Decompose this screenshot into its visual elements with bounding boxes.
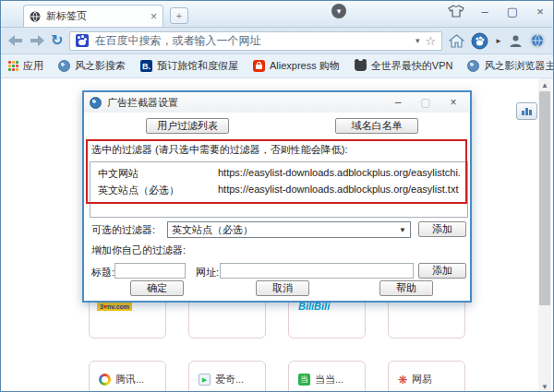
home-button[interactable] — [449, 34, 464, 48]
dialog-close-button[interactable]: × — [442, 96, 464, 109]
bookmark-label: 风之影搜索 — [75, 59, 126, 73]
bookmark-aliexpress[interactable]: Aliexpress 购物 — [253, 59, 340, 73]
dialog-title: 广告拦截器设置 — [107, 96, 381, 110]
aliexpress-bag-icon — [253, 60, 265, 72]
window-maximize-button[interactable]: ▢ — [505, 5, 520, 18]
bookmark-fzy-search[interactable]: 风之影搜索 — [58, 59, 126, 73]
tab-close-icon[interactable]: × — [151, 10, 157, 23]
tab-new-tab-page[interactable]: 新标签页 × — [23, 5, 163, 27]
bookmark-label: 全世界最快的VPN — [371, 59, 453, 73]
dropdown-selected-value: 英文站点（必选） — [172, 223, 399, 237]
collapse-toolbar-icon[interactable]: ▾ — [331, 4, 346, 18]
forward-button[interactable] — [30, 35, 44, 46]
selected-filters-label: 选中的过滤器 (请只选中需要的过滤器，否则性能会降低): — [91, 143, 347, 157]
filter-url: https://easylist-downloads.adblockplus.o… — [218, 184, 460, 197]
back-button[interactable] — [8, 35, 23, 46]
site-badge: 3♥nv.com — [97, 303, 132, 311]
baidu-search-icon — [76, 34, 89, 47]
speed-dial-tile[interactable]: BiliBili — [288, 298, 366, 339]
window-controls: ▾ – ▢ × — [331, 4, 548, 18]
filter-row-chinese[interactable]: 中文网站 https://easylist-downloads.adblockp… — [98, 167, 460, 181]
globe-icon — [58, 60, 70, 72]
dialog-minimize-button[interactable]: – — [387, 96, 409, 109]
bookmark-label: Aliexpress 购物 — [270, 59, 340, 73]
cancel-button[interactable]: 取消 — [256, 280, 309, 296]
speed-dial-tile-dangdang[interactable]: 当 当当... — [288, 361, 366, 392]
dialog-titlebar[interactable]: 广告拦截器设置 – ▢ × — [84, 92, 470, 113]
chevron-down-icon: ▼ — [399, 226, 406, 234]
address-bar[interactable]: 在百度中搜索，或者输入一个网址 ▾ ☆ — [69, 31, 442, 51]
available-filters-label: 可选的过滤器: — [91, 223, 155, 237]
speed-dial-tile[interactable] — [188, 298, 266, 339]
new-tab-button[interactable]: + — [170, 7, 188, 24]
bookmark-label: 应用 — [23, 59, 43, 73]
filter-row-english[interactable]: 英文站点（必选） https://easylist-downloads.adbl… — [98, 184, 460, 197]
theme-tshirt-icon[interactable] — [448, 5, 464, 18]
toolbar-expand-icon[interactable]: ► — [495, 37, 502, 45]
url-field-label: 网址: — [196, 266, 219, 279]
user-filter-list-button[interactable]: 用户过滤列表 — [146, 118, 229, 134]
vpn-bear-icon — [355, 61, 367, 71]
url-input[interactable] — [220, 263, 414, 279]
title-field-label: 标题: — [91, 266, 114, 279]
speed-dial-tile-netease[interactable]: ❋ 网易 — [388, 361, 465, 392]
navigation-toolbar: ↻ 在百度中搜索，或者输入一个网址 ▾ ☆ ► — [1, 28, 553, 54]
window-close-button[interactable]: × — [533, 5, 548, 18]
tile-label: 网易 — [412, 373, 432, 386]
booking-icon: B. — [140, 60, 152, 72]
speed-dial-tile-tencent[interactable]: 腾讯... — [89, 361, 166, 392]
title-input[interactable] — [114, 263, 186, 279]
browser-logo-icon[interactable] — [471, 32, 488, 50]
page-scrollbar[interactable]: ▲ ▼ — [538, 78, 551, 392]
stats-helper-button[interactable] — [516, 102, 537, 120]
window-minimize-button[interactable]: – — [477, 5, 492, 18]
titlebar: 新标签页 × + ▾ – ▢ × — [1, 1, 553, 28]
tile-label: 当当... — [315, 373, 343, 386]
tab-title: 新标签页 — [46, 9, 145, 23]
dialog-globe-icon — [90, 97, 102, 109]
dialog-maximize-button: ▢ — [415, 96, 437, 109]
bookmark-booking[interactable]: B. 预订旅馆和度假屋 — [140, 59, 238, 73]
filter-name: 中文网站 — [98, 167, 218, 181]
bars-icon — [522, 108, 532, 115]
scroll-down-icon[interactable]: ▼ — [538, 380, 551, 392]
plus-icon: + — [176, 10, 182, 21]
bookmark-apps[interactable]: 应用 — [8, 59, 43, 73]
dangdang-icon: 当 — [298, 374, 310, 386]
filter-name: 英文站点（必选） — [98, 184, 218, 197]
tab-favicon-globe-icon — [30, 11, 41, 22]
iqiyi-icon: ▶ — [199, 374, 211, 386]
address-placeholder-text: 在百度中搜索，或者输入一个网址 — [94, 33, 409, 49]
adblocker-settings-dialog: 广告拦截器设置 – ▢ × 用户过滤列表 域名白名单 选中的过滤器 (请只选中需… — [82, 90, 472, 303]
bookmark-label: 预订旅馆和度假屋 — [157, 59, 238, 73]
bookmarks-bar: 应用 风之影搜索 B. 预订旅馆和度假屋 Aliexpress 购物 全世界最快… — [1, 54, 553, 78]
scrollbar-thumb[interactable] — [539, 91, 550, 305]
address-dropdown-icon[interactable]: ▾ — [416, 36, 420, 45]
help-button[interactable]: 帮助 — [379, 280, 433, 296]
globe-icon — [467, 60, 479, 72]
add-filter-button[interactable]: 添加 — [418, 221, 466, 237]
settings-globe-icon[interactable] — [529, 32, 546, 49]
bookmark-vpn[interactable]: 全世界最快的VPN — [355, 59, 453, 73]
refresh-button[interactable]: ↻ — [51, 33, 63, 48]
bookmark-homepage[interactable]: 风之影浏览器主页 — [467, 59, 554, 73]
speed-dial-tile[interactable] — [388, 298, 465, 339]
domain-whitelist-button[interactable]: 域名白名单 — [335, 118, 418, 134]
speed-dial-tile-iqiyi[interactable]: ▶ 爱奇... — [188, 361, 266, 392]
browser-window: 新标签页 × + ▾ – ▢ × ↻ — [0, 0, 554, 392]
apps-grid-icon — [8, 61, 18, 71]
bookmark-label: 风之影浏览器主页 — [484, 59, 554, 73]
speed-dial-tile[interactable]: 3♥nv.com — [89, 298, 166, 339]
bookmark-star-icon[interactable]: ☆ — [425, 34, 436, 48]
profile-button[interactable] — [509, 34, 523, 48]
tile-label: 腾讯... — [115, 373, 144, 386]
new-tab-page: 3♥nv.com BiliBili 腾讯... ▶ 爱奇... 当 当当... — [1, 78, 553, 392]
add-custom-filter-button[interactable]: 添加 — [418, 263, 466, 279]
filter-url: https://easylist-downloads.adblockplus.o… — [218, 167, 460, 181]
tile-label: 爱奇... — [215, 373, 244, 386]
available-filters-dropdown[interactable]: 英文站点（必选） ▼ — [167, 221, 411, 238]
custom-filters-label: 增加你自己的过滤器: — [91, 244, 186, 257]
scroll-up-icon[interactable]: ▲ — [538, 78, 551, 91]
selected-filters-list[interactable]: 中文网站 https://easylist-downloads.adblockp… — [90, 161, 468, 218]
ok-button[interactable]: 确定 — [130, 280, 184, 296]
